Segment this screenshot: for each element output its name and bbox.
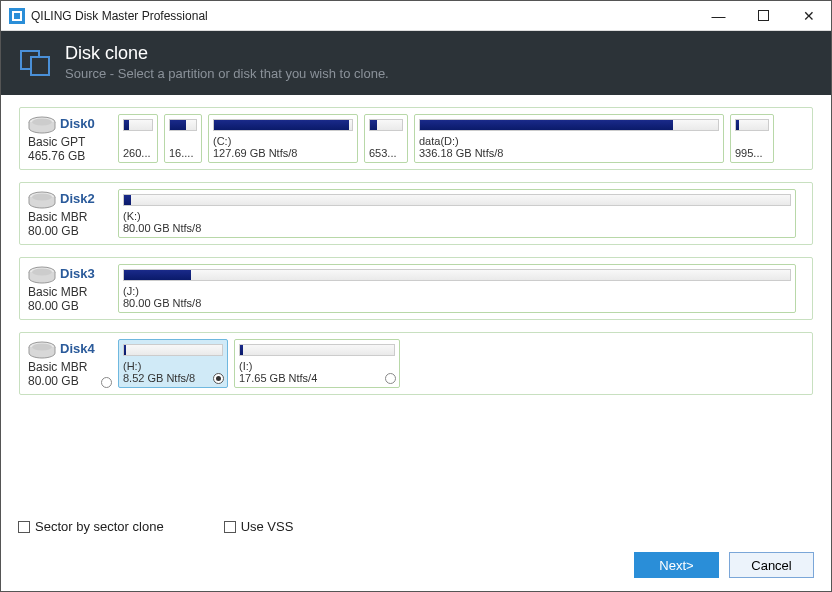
partition-details: 16.... <box>169 147 197 159</box>
usage-bar <box>123 194 791 206</box>
disk-size: 465.76 GB <box>28 149 112 163</box>
partition[interactable]: (J:)80.00 GB Ntfs/8 <box>118 264 796 313</box>
partition-details: 8.52 GB Ntfs/8 <box>123 372 223 384</box>
footer: Next> Cancel <box>634 552 814 578</box>
disk-type: Basic MBR <box>28 210 112 224</box>
disk-name: Disk2 <box>60 191 95 206</box>
partition-details: 80.00 GB Ntfs/8 <box>123 297 791 309</box>
disk-info: Disk2Basic MBR80.00 GB <box>26 189 112 238</box>
partition[interactable]: 653... <box>364 114 408 163</box>
disk-size: 80.00 GB <box>28 374 112 388</box>
minimize-button[interactable]: — <box>696 1 741 31</box>
usage-bar <box>123 119 153 131</box>
partition-details: 127.69 GB Ntfs/8 <box>213 147 353 159</box>
titlebar: QILING Disk Master Professional — ✕ <box>1 1 831 31</box>
svg-rect-3 <box>759 11 769 21</box>
partition-label: data(D:) <box>419 135 719 147</box>
next-button[interactable]: Next> <box>634 552 719 578</box>
usage-bar <box>123 269 791 281</box>
usage-bar <box>369 119 403 131</box>
partition-details: 260... <box>123 147 153 159</box>
disk-info: Disk4Basic MBR80.00 GB <box>26 339 112 388</box>
svg-point-7 <box>32 119 52 126</box>
disk-row[interactable]: Disk2Basic MBR80.00 GB(K:)80.00 GB Ntfs/… <box>19 182 813 245</box>
disk-type: Basic MBR <box>28 360 112 374</box>
disk-name: Disk0 <box>60 116 95 131</box>
partitions: (J:)80.00 GB Ntfs/8 <box>118 264 806 313</box>
partitions: 260...16....(C:)127.69 GB Ntfs/8653...da… <box>118 114 806 163</box>
usage-bar <box>123 344 223 356</box>
partition-radio[interactable] <box>385 373 396 384</box>
partition[interactable]: 16.... <box>164 114 202 163</box>
partition-label: (I:) <box>239 360 395 372</box>
options-row: Sector by sector clone Use VSS <box>18 519 293 534</box>
partition-details: 653... <box>369 147 403 159</box>
checkbox-icon <box>224 521 236 533</box>
partition[interactable]: (K:)80.00 GB Ntfs/8 <box>118 189 796 238</box>
clone-icon <box>19 45 51 77</box>
svg-point-17 <box>386 374 396 384</box>
partition[interactable]: 995... <box>730 114 774 163</box>
disk-size: 80.00 GB <box>28 299 112 313</box>
usage-bar <box>239 344 395 356</box>
partition[interactable]: (I:)17.65 GB Ntfs/4 <box>234 339 400 388</box>
disk-type: Basic MBR <box>28 285 112 299</box>
partition[interactable]: (C:)127.69 GB Ntfs/8 <box>208 114 358 163</box>
usage-bar <box>735 119 769 131</box>
disk-row[interactable]: Disk0Basic GPT465.76 GB260...16....(C:)1… <box>19 107 813 170</box>
partition-details: 995... <box>735 147 769 159</box>
svg-point-14 <box>102 378 112 388</box>
disk-row[interactable]: Disk4Basic MBR80.00 GB(H:)8.52 GB Ntfs/8… <box>19 332 813 395</box>
svg-rect-5 <box>31 57 49 75</box>
usage-bar <box>169 119 197 131</box>
page-title: Disk clone <box>65 43 389 64</box>
partition-label: (H:) <box>123 360 223 372</box>
header: Disk clone Source - Select a partition o… <box>1 31 831 95</box>
disk-radio[interactable] <box>101 377 112 388</box>
sector-clone-checkbox[interactable]: Sector by sector clone <box>18 519 164 534</box>
cancel-button[interactable]: Cancel <box>729 552 814 578</box>
partitions: (K:)80.00 GB Ntfs/8 <box>118 189 806 238</box>
maximize-button[interactable] <box>741 1 786 31</box>
svg-point-13 <box>32 344 52 351</box>
partition[interactable]: 260... <box>118 114 158 163</box>
partitions: (H:)8.52 GB Ntfs/8(I:)17.65 GB Ntfs/4 <box>118 339 806 388</box>
partition-details: 336.18 GB Ntfs/8 <box>419 147 719 159</box>
partition-label: (C:) <box>213 135 353 147</box>
partition-details: 17.65 GB Ntfs/4 <box>239 372 395 384</box>
disk-size: 80.00 GB <box>28 224 112 238</box>
svg-point-16 <box>216 376 221 381</box>
partition-label: (K:) <box>123 210 791 222</box>
app-icon <box>9 8 25 24</box>
usage-bar <box>213 119 353 131</box>
disk-name: Disk3 <box>60 266 95 281</box>
svg-point-11 <box>32 269 52 276</box>
disk-info: Disk0Basic GPT465.76 GB <box>26 114 112 163</box>
partition-label: (J:) <box>123 285 791 297</box>
use-vss-checkbox[interactable]: Use VSS <box>224 519 294 534</box>
svg-rect-2 <box>14 13 20 19</box>
partition-radio[interactable] <box>213 373 224 384</box>
page-subtitle: Source - Select a partition or disk that… <box>65 66 389 81</box>
window-title: QILING Disk Master Professional <box>31 9 696 23</box>
partition[interactable]: (H:)8.52 GB Ntfs/8 <box>118 339 228 388</box>
disk-name: Disk4 <box>60 341 95 356</box>
disk-info: Disk3Basic MBR80.00 GB <box>26 264 112 313</box>
partition[interactable]: data(D:)336.18 GB Ntfs/8 <box>414 114 724 163</box>
svg-point-9 <box>32 194 52 201</box>
checkbox-icon <box>18 521 30 533</box>
disk-list: Disk0Basic GPT465.76 GB260...16....(C:)1… <box>1 95 831 395</box>
close-button[interactable]: ✕ <box>786 1 831 31</box>
partition-details: 80.00 GB Ntfs/8 <box>123 222 791 234</box>
usage-bar <box>419 119 719 131</box>
disk-type: Basic GPT <box>28 135 112 149</box>
disk-row[interactable]: Disk3Basic MBR80.00 GB(J:)80.00 GB Ntfs/… <box>19 257 813 320</box>
